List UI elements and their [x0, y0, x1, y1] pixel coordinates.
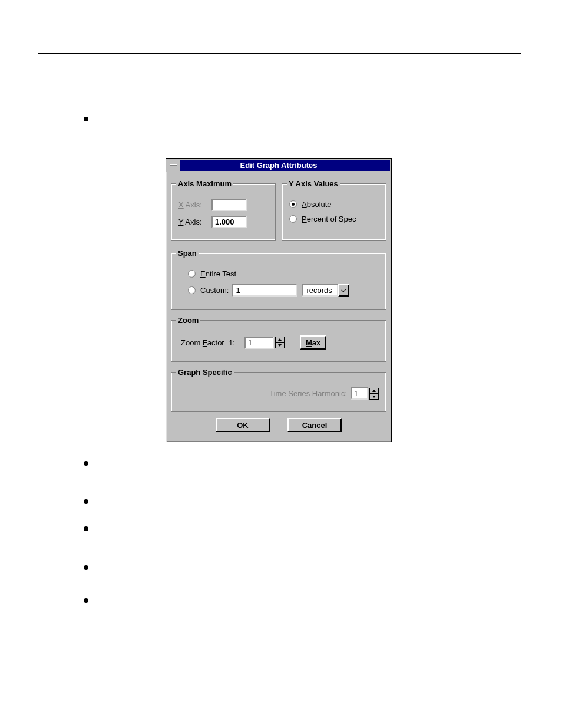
time-series-harmonic-input [351, 387, 368, 400]
bullet [84, 526, 88, 531]
zoom-spin-up[interactable] [275, 337, 285, 342]
entire-test-radio[interactable] [188, 270, 196, 278]
bullet [84, 565, 88, 570]
span-group: Span Entire Test Custom: records [171, 249, 386, 310]
zoom-legend: Zoom [176, 316, 200, 325]
y-axis-values-group: Y Axis Values Absolute Percent of Spec [282, 179, 386, 241]
ok-button[interactable]: OK [216, 418, 270, 432]
arrow-up-icon [372, 390, 376, 392]
harmonic-spin-up [369, 388, 379, 394]
dialog-body: Axis Maximum X Axis: Y Axis: Y Axis Valu… [166, 172, 391, 442]
custom-unit-value: records [306, 286, 332, 295]
chevron-down-icon [342, 287, 346, 292]
bullet [84, 499, 88, 504]
bullet [84, 598, 88, 603]
max-button[interactable]: Max [300, 335, 326, 350]
bullet [84, 117, 88, 121]
zoom-spin-down[interactable] [275, 342, 285, 348]
entire-test-radio-row[interactable]: Entire Test [188, 269, 379, 278]
axis-maximum-legend: Axis Maximum [176, 179, 233, 188]
percent-label: Percent of Spec [302, 215, 356, 223]
graph-specific-group: Graph Specific Time Series Harmonic: [171, 368, 386, 412]
x-axis-input [211, 199, 247, 211]
titlebar-title: Edit Graph Attributes [180, 161, 390, 170]
axis-maximum-group: Axis Maximum X Axis: Y Axis: [171, 179, 276, 241]
custom-label: Custom: [200, 286, 229, 295]
absolute-radio[interactable] [289, 200, 297, 208]
titlebar: Edit Graph Attributes [166, 159, 391, 172]
system-menu-button[interactable] [167, 159, 180, 172]
percent-radio[interactable] [289, 215, 297, 223]
y-axis-input[interactable] [211, 216, 247, 228]
custom-unit-combobox[interactable]: records [302, 284, 349, 297]
zoom-group: Zoom Zoom Factor 1: Max [171, 316, 386, 362]
harmonic-spinner [369, 388, 379, 400]
dialog-buttons: OK Cancel [171, 418, 386, 432]
page: Edit Graph Attributes Axis Maximum X Axi… [0, 0, 562, 728]
graph-specific-legend: Graph Specific [176, 368, 234, 377]
zoom-factor-input[interactable] [244, 337, 274, 349]
custom-unit-dropdown-button[interactable] [338, 284, 349, 297]
custom-radio[interactable] [188, 286, 196, 294]
zoom-factor-label: Zoom Factor 1: [181, 338, 244, 347]
bullet [84, 461, 88, 466]
horizontal-rule [38, 53, 521, 54]
entire-test-label: Entire Test [200, 269, 236, 278]
absolute-label: Absolute [302, 200, 332, 209]
harmonic-spin-down [369, 394, 379, 400]
cancel-button[interactable]: Cancel [287, 418, 342, 432]
arrow-up-icon [278, 338, 282, 341]
y-axis-values-legend: Y Axis Values [287, 179, 340, 188]
arrow-down-icon [278, 344, 282, 347]
custom-value-input[interactable] [232, 284, 297, 297]
zoom-spinner[interactable] [275, 337, 285, 348]
time-series-harmonic-label: Time Series Harmonic: [269, 389, 347, 398]
percent-radio-row[interactable]: Percent of Spec [289, 215, 379, 223]
absolute-radio-row[interactable]: Absolute [289, 200, 379, 209]
edit-graph-attributes-dialog: Edit Graph Attributes Axis Maximum X Axi… [166, 158, 392, 442]
span-legend: Span [176, 249, 199, 258]
custom-radio-row[interactable]: Custom: records [188, 284, 379, 297]
y-axis-label: Y Axis: [178, 218, 211, 226]
arrow-down-icon [372, 396, 376, 398]
x-axis-label: X Axis: [178, 200, 211, 209]
